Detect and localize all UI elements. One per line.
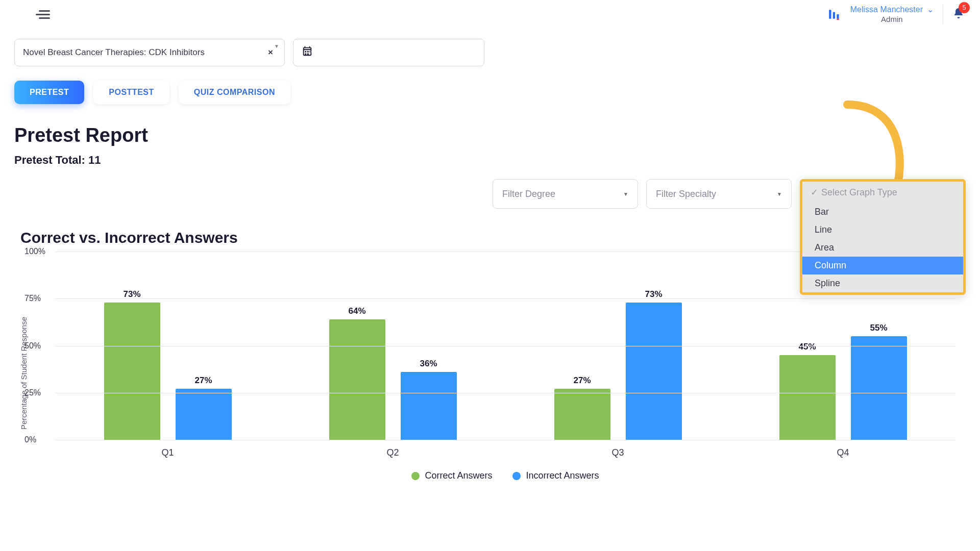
svg-rect-1 (832, 12, 835, 19)
graph-type-dropdown-panel: ✓ Select Graph Type BarLineAreaColumnSpl… (800, 179, 966, 295)
graph-type-option-spline[interactable]: Spline (802, 274, 963, 292)
page-content: Novel Breast Cancer Therapies: CDK Inhib… (0, 29, 980, 486)
chevron-down-icon: ⌄ (927, 5, 934, 14)
brand-icon (828, 8, 841, 21)
bar-value-label: 27% (173, 375, 234, 386)
bar-value-label: 73% (102, 289, 163, 299)
user-menu[interactable]: Melissa Manchester ⌄ Admin (850, 5, 934, 23)
tab-posttest[interactable]: POSTTEST (93, 81, 169, 104)
svg-rect-0 (829, 10, 831, 18)
bar-value-label: 36% (398, 359, 459, 369)
bar-incorrect (176, 389, 232, 440)
y-axis-label: Percentage of Student Response (19, 317, 28, 430)
bar-value-label: 27% (552, 375, 613, 386)
bar-correct (104, 303, 160, 440)
legend-incorrect: Incorrect Answers (512, 470, 599, 481)
notification-count-badge: 5 (959, 2, 970, 13)
header-right: Melissa Manchester ⌄ Admin 5 (828, 4, 965, 24)
menu-toggle[interactable] (15, 5, 70, 24)
graph-type-option-area[interactable]: Area (802, 239, 963, 257)
bar-incorrect (401, 372, 457, 440)
bar-value-label: 73% (623, 289, 684, 299)
primary-filter-row: Novel Breast Cancer Therapies: CDK Inhib… (14, 39, 966, 66)
course-select-value: Novel Breast Cancer Therapies: CDK Inhib… (23, 47, 205, 58)
gridline (55, 298, 955, 299)
clear-course-button[interactable]: × (265, 47, 276, 58)
course-select[interactable]: Novel Breast Cancer Therapies: CDK Inhib… (14, 39, 285, 66)
x-axis-labels: Q1Q2Q3Q4 (55, 447, 955, 458)
graph-type-placeholder: ✓ Select Graph Type (802, 182, 963, 203)
graph-type-select[interactable]: ✓ Select Graph Type BarLineAreaColumnSpl… (800, 179, 966, 209)
svg-rect-2 (837, 14, 839, 19)
graph-type-option-line[interactable]: Line (802, 221, 963, 239)
y-tick-label: 75% (24, 294, 41, 303)
caret-down-icon: ▼ (777, 191, 782, 197)
chart-legend: Correct Answers Incorrect Answers (55, 470, 955, 481)
calendar-icon (302, 45, 313, 60)
pretest-total: Pretest Total: 11 (14, 154, 966, 167)
divider (943, 4, 943, 24)
filter-degree-select[interactable]: Filter Degree ▼ (493, 179, 638, 209)
y-tick-label: 50% (24, 341, 41, 350)
page-title: Pretest Report (14, 124, 966, 146)
tab-quiz-comparison[interactable]: QUIZ COMPARISON (179, 81, 290, 104)
user-name: Melissa Manchester (850, 5, 923, 14)
filter-specialty-placeholder: Filter Specialty (656, 189, 716, 199)
graph-type-option-bar[interactable]: Bar (802, 203, 963, 221)
gridline (55, 393, 955, 393)
bar-incorrect (851, 336, 907, 440)
svg-rect-3 (837, 19, 839, 20)
legend-swatch-correct (411, 472, 420, 480)
notifications-button[interactable]: 5 (952, 7, 965, 21)
bar-value-label: 45% (777, 342, 838, 352)
filter-specialty-select[interactable]: Filter Specialty ▼ (646, 179, 792, 209)
report-tabs: PRETEST POSTTEST QUIZ COMPARISON (14, 81, 966, 104)
x-tick-label: Q3 (505, 447, 730, 458)
secondary-filter-row: Filter Degree ▼ Filter Specialty ▼ ✓ Sel… (14, 179, 966, 209)
caret-down-icon: ▼ (274, 43, 279, 49)
x-tick-label: Q2 (280, 447, 505, 458)
date-range-select[interactable] (293, 39, 484, 66)
x-tick-label: Q1 (55, 447, 280, 458)
bar-correct (554, 389, 610, 440)
bar-correct (329, 319, 385, 440)
gridline (55, 440, 955, 440)
bar-value-label: 64% (327, 306, 388, 316)
bar-value-label: 55% (848, 323, 910, 333)
legend-swatch-incorrect (512, 472, 521, 480)
y-tick-label: 25% (24, 388, 41, 397)
y-tick-label: 100% (24, 247, 45, 256)
check-icon: ✓ (811, 187, 818, 198)
bar-incorrect (626, 303, 682, 440)
app-header: Melissa Manchester ⌄ Admin 5 (0, 0, 980, 29)
legend-correct: Correct Answers (411, 470, 492, 481)
tab-pretest[interactable]: PRETEST (14, 81, 84, 104)
gridline (55, 346, 955, 346)
caret-down-icon: ▼ (623, 191, 628, 197)
filter-degree-placeholder: Filter Degree (502, 189, 555, 199)
graph-type-option-column[interactable]: Column (802, 257, 963, 274)
y-tick-label: 0% (24, 435, 36, 444)
user-role: Admin (881, 15, 903, 24)
x-tick-label: Q4 (730, 447, 955, 458)
bar-correct (779, 355, 836, 440)
